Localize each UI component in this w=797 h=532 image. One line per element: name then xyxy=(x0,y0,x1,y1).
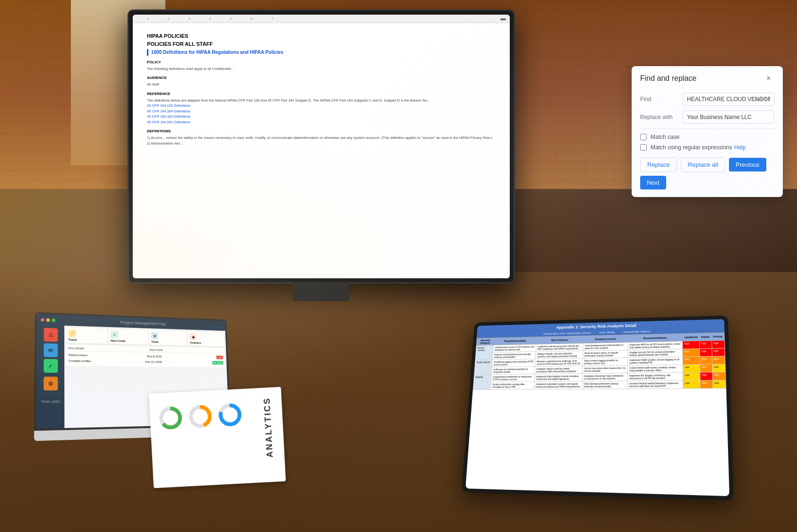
document-ruler: 1 2 3 4 5 6 7 xyxy=(133,15,510,23)
definition-1: 1) Access – means the ability or the mea… xyxy=(147,135,496,140)
cfr-link-4[interactable]: 45 CFR 164.501 Definitions xyxy=(147,120,496,125)
find-count: 3 of 64 xyxy=(754,96,771,102)
regex-label: Match using regular expressions xyxy=(651,144,732,151)
app-card-grid: ⚡ Travel ✓ New Credit ⊕ Tasks ◉ xyxy=(66,327,224,346)
maximize-dot xyxy=(52,318,55,322)
reference-text: The definitions below are adapted from t… xyxy=(147,98,496,103)
cell-category-2: Audit Controls xyxy=(474,360,493,375)
cell-rec-2: Engage security firm for annual penetrat… xyxy=(628,349,683,358)
tablet: Appendix 1: Security Risk Analysis Detai… xyxy=(462,316,734,501)
sidebar-icon-2[interactable]: ✉ xyxy=(43,343,58,357)
tablet-screen: Appendix 1: Security Risk Analysis Detai… xyxy=(465,319,729,496)
card-icon-2: ✓ xyxy=(111,331,118,338)
monitor-stand xyxy=(293,282,350,301)
replace-input[interactable] xyxy=(683,111,774,124)
cell-best-2: Deploy firewalls, intrusion detection sy… xyxy=(536,351,583,359)
card-label-4: Analytics xyxy=(190,341,223,344)
cell-rec-5: Implement file integrity monitoring; add… xyxy=(627,372,683,381)
dialog-divider xyxy=(640,129,774,129)
page-badge xyxy=(500,18,506,20)
dialog-body: Find 3 of 64 Replace with Match case Mat… xyxy=(632,89,783,197)
cell-best-5: Implement data integrity controls includ… xyxy=(534,374,583,382)
tablet-frame: Appendix 1: Security Risk Analysis Detai… xyxy=(462,316,734,501)
cell-existing-4: Ad hoc log review when issues arise; no … xyxy=(583,365,628,373)
replace-field-row: Replace with xyxy=(640,111,774,124)
match-case-row: Match case xyxy=(640,134,774,140)
cell-existing-3: Basic system logging enabled on primary … xyxy=(583,358,627,366)
cell-existing-1: Username/password authentication in plac… xyxy=(583,343,628,351)
cell-likelihood-2: Med xyxy=(683,349,700,357)
cell-likelihood-4: Low xyxy=(683,364,700,372)
card-label-3: Tasks xyxy=(151,340,185,344)
dialog-close-button[interactable]: × xyxy=(763,73,774,84)
audience-text: All Staff xyxy=(147,82,496,87)
cell-impact-1: High xyxy=(699,341,711,349)
analytics-content: ANALYTICS xyxy=(157,395,275,432)
cell-impact-5: High xyxy=(700,372,712,380)
cfr-link-1[interactable]: 45 CFR 164.103 Definitions xyxy=(147,103,496,109)
definition-2: 2) Administrative info... xyxy=(147,141,496,146)
doc-title-1: HIPAA POLICIES xyxy=(147,33,496,40)
cell-priority-2: High xyxy=(711,348,725,356)
cell-best-1: Implement role-based access controls per… xyxy=(536,343,583,352)
app-sidebar: ⚠ ✉ ✓ ⚙ TASK LABS xyxy=(36,325,65,429)
help-link[interactable]: Help xyxy=(734,144,746,151)
definitions-header: DEFINITIONS xyxy=(147,129,496,134)
col-header-6: Likelihood xyxy=(683,333,700,341)
status-badge-1: Late xyxy=(216,356,223,360)
cell-impact-6: Med xyxy=(700,380,713,388)
card-label-1: Travel xyxy=(68,338,105,342)
col-header-8: Priority xyxy=(711,333,725,341)
find-replace-dialog: Find and replace × Find 3 of 64 Replace … xyxy=(632,66,783,197)
donut-charts xyxy=(157,401,244,431)
cell-threat-3: Insufficient logging and monitoring of P… xyxy=(492,359,535,367)
sidebar-icon-4[interactable]: ⚙ xyxy=(43,377,58,390)
match-case-checkbox[interactable] xyxy=(640,134,647,140)
monitor-screen: 1 2 3 4 5 6 7 HIPAA POLICIES POLICIES FO… xyxy=(133,15,510,278)
document-content: HIPAA POLICIES POLICIES FOR ALL STAFF 10… xyxy=(133,23,510,155)
dialog-title: Find and replace xyxy=(640,74,696,83)
next-button[interactable]: Next xyxy=(640,176,666,189)
col-header-1: Security Category xyxy=(476,338,494,345)
cell-category-3: Integrity xyxy=(473,375,491,390)
cell-threat-4: Audit logs not reviewed regularly for su… xyxy=(491,367,535,375)
replace-label: Replace with xyxy=(640,114,683,120)
policy-text: The following definitions shall apply to… xyxy=(147,66,496,71)
cell-best-4: Establish regular audit log review proce… xyxy=(535,366,583,374)
analytics-title: ANALYTICS xyxy=(262,397,275,458)
col-header-2: Threat/Vulnerability xyxy=(493,337,536,345)
doc-title-2: POLICIES FOR ALL STAFF xyxy=(147,41,496,48)
cell-existing-5: Database transaction logs maintained; no… xyxy=(582,373,627,381)
sidebar-icon-1[interactable]: ⚠ xyxy=(43,328,58,342)
donut-chart-3 xyxy=(216,401,244,429)
cfr-link-2[interactable]: 45 CFR 164.304 Definitions xyxy=(147,109,496,114)
regex-checkbox[interactable] xyxy=(640,144,647,151)
previous-button[interactable]: Previous xyxy=(729,158,766,172)
cell-likelihood-6: Low xyxy=(683,380,700,388)
cell-likelihood-5: Low xyxy=(683,372,700,380)
card-icon-3: ⊕ xyxy=(151,332,159,340)
donut-chart-1 xyxy=(157,404,184,432)
audience-header: AUDIENCE xyxy=(147,75,496,80)
find-label: Find xyxy=(640,96,683,103)
donut-chart-2 xyxy=(187,403,214,430)
card-label-2: New Credit xyxy=(111,339,146,343)
cell-priority-3: Med xyxy=(712,356,725,364)
cell-priority-5: Med xyxy=(712,372,726,380)
col-header-4: Existing Controls xyxy=(583,335,628,343)
replace-button[interactable]: Replace xyxy=(640,157,677,172)
replace-all-button[interactable]: Replace all xyxy=(681,157,725,172)
sidebar-icon-3[interactable]: ✓ xyxy=(43,359,58,373)
cell-threat-2: External unauthorized access through net… xyxy=(492,352,536,360)
cell-rec-6: Increase backup testing frequency; imple… xyxy=(627,380,683,389)
app-card-4: ◉ Analytics xyxy=(188,331,224,346)
cfr-link-3[interactable]: 45 CFR 164.402 Definitions xyxy=(147,114,496,120)
card-icon-4: ◉ xyxy=(189,333,197,340)
cell-category-1: Access Control xyxy=(475,345,493,360)
cell-best-6: Implement redundant systems and regular … xyxy=(534,381,582,389)
dialog-buttons: Replace Replace all Previous Next xyxy=(640,157,774,189)
cell-likelihood-3: Med xyxy=(683,357,700,365)
sidebar-text: TASK LABS xyxy=(40,399,61,404)
close-dot xyxy=(41,318,44,321)
minimize-dot xyxy=(46,318,50,321)
